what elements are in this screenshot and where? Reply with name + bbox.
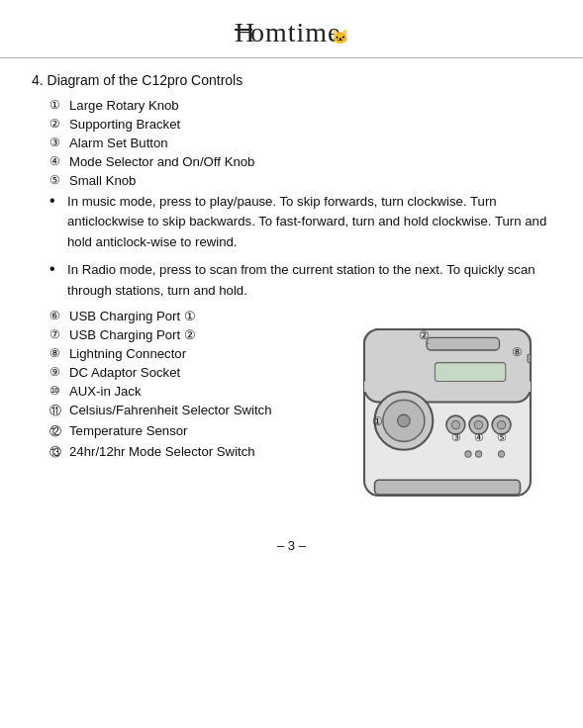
item-num: ⑪	[49, 403, 69, 419]
lower-list: ⑥ USB Charging Port ① ⑦ USB Charging Por…	[49, 309, 334, 465]
footer: – 3 –	[0, 538, 583, 553]
svg-text:🐱: 🐱	[332, 29, 349, 46]
item-num: ⑧	[49, 346, 69, 360]
item-text: Lightning Connector	[69, 346, 334, 361]
item-text: Mode Selector and On/Off Knob	[69, 154, 551, 169]
item-text: Supporting Bracket	[69, 117, 551, 132]
list-item: ⑪ Celsius/Fahrenheit Selector Switch	[49, 403, 334, 419]
device-diagram: ② ⑧ ① ③	[343, 309, 551, 516]
svg-rect-11	[528, 354, 531, 362]
svg-rect-29	[435, 363, 505, 382]
list-item: ② Supporting Bracket	[49, 117, 551, 132]
bullet-text: In Radio mode, press to scan from the cu…	[67, 260, 551, 301]
item-num: ①	[49, 98, 69, 112]
svg-point-14	[398, 414, 411, 427]
list-item: ⑬ 24hr/12hr Mode Selector Switch	[49, 444, 334, 461]
bullet-section: • In music mode, press to play/pause. To…	[49, 192, 551, 301]
bullet-dot: •	[49, 191, 67, 212]
bullet-item: • In Radio mode, press to scan from the …	[49, 260, 551, 301]
svg-text:③: ③	[451, 432, 461, 444]
item-text: Temperature Sensor	[69, 423, 334, 438]
item-num: ⑨	[49, 365, 69, 379]
numbered-list: ① Large Rotary Knob ② Supporting Bracket…	[49, 98, 551, 188]
item-text: USB Charging Port ②	[69, 327, 334, 342]
svg-point-25	[465, 451, 471, 457]
svg-point-26	[475, 451, 481, 457]
list-item: ⑤ Small Knob	[49, 173, 551, 188]
item-num: ⑫	[49, 423, 69, 440]
list-item: ⑦ USB Charging Port ②	[49, 327, 334, 342]
svg-text:⑧: ⑧	[512, 347, 523, 359]
item-text: Large Rotary Knob	[69, 98, 551, 113]
list-item: ④ Mode Selector and On/Off Knob	[49, 154, 551, 169]
list-item: ① Large Rotary Knob	[49, 98, 551, 113]
item-num: ⑦	[49, 327, 69, 341]
svg-text:omtime: omtime	[250, 17, 341, 47]
svg-rect-28	[375, 481, 521, 496]
item-num: ⑩	[49, 384, 69, 398]
page-number: – 3 –	[277, 538, 306, 553]
item-text: Alarm Set Button	[69, 136, 551, 150]
svg-rect-6	[364, 382, 531, 393]
item-num: ④	[49, 154, 69, 168]
list-item: ⑧ Lightning Connector	[49, 346, 334, 361]
svg-text:②: ②	[419, 330, 430, 342]
item-text: Small Knob	[69, 173, 551, 188]
bullet-item: • In music mode, press to play/pause. To…	[49, 192, 551, 252]
item-text: AUX-in Jack	[69, 384, 334, 399]
header: H omtime 🐱	[0, 0, 583, 58]
list-item: ③ Alarm Set Button	[49, 136, 551, 150]
svg-point-27	[498, 451, 504, 457]
item-num: ⑬	[49, 444, 69, 461]
svg-text:①: ①	[372, 415, 383, 427]
diagram: ② ⑧ ① ③	[343, 309, 551, 520]
list-item: ⑨ DC Adaptor Socket	[49, 365, 334, 380]
item-num: ②	[49, 117, 69, 131]
lower-section: ⑥ USB Charging Port ① ⑦ USB Charging Por…	[32, 309, 551, 520]
logo: H omtime 🐱	[233, 17, 351, 42]
item-text: DC Adaptor Socket	[69, 365, 334, 380]
svg-point-17	[451, 421, 459, 429]
bullet-text: In music mode, press to play/pause. To s…	[67, 192, 551, 252]
list-item: ⑩ AUX-in Jack	[49, 384, 334, 399]
svg-point-23	[497, 421, 505, 429]
item-text: USB Charging Port ①	[69, 309, 334, 323]
bullet-dot: •	[49, 259, 67, 280]
svg-point-20	[474, 421, 482, 429]
item-text: Celsius/Fahrenheit Selector Switch	[69, 403, 334, 417]
svg-rect-7	[427, 338, 500, 351]
svg-text:④: ④	[474, 432, 484, 444]
item-num: ⑤	[49, 173, 69, 187]
item-num: ③	[49, 136, 69, 149]
item-text: 24hr/12hr Mode Selector Switch	[69, 444, 334, 459]
section-title: 4. Diagram of the C12pro Controls	[32, 72, 551, 88]
item-num: ⑥	[49, 309, 69, 322]
page: H omtime 🐱 4. Diagram of the C12pro Cont…	[0, 0, 583, 728]
svg-text:⑤: ⑤	[497, 432, 507, 444]
list-item: ⑥ USB Charging Port ①	[49, 309, 334, 323]
list-item: ⑫ Temperature Sensor	[49, 423, 334, 440]
main-content: 4. Diagram of the C12pro Controls ① Larg…	[0, 72, 583, 520]
